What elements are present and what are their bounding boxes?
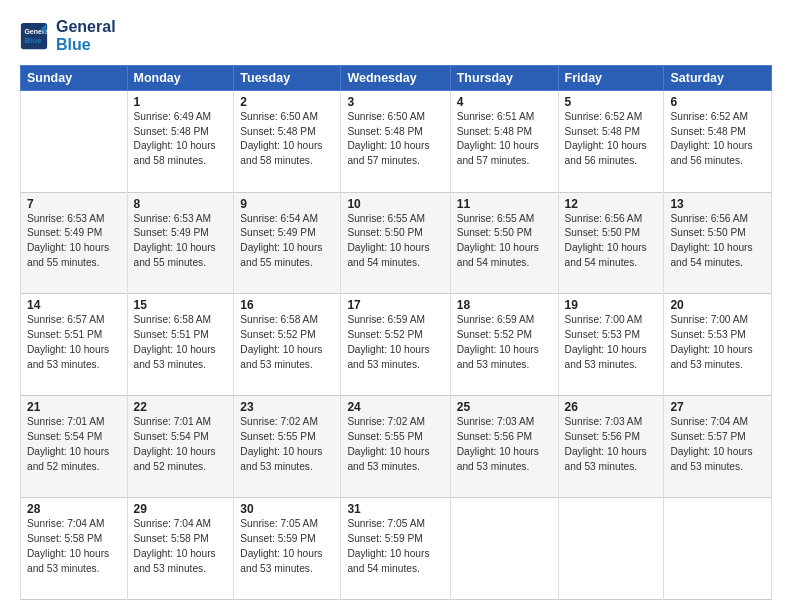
day-number: 25	[457, 400, 552, 414]
day-number: 12	[565, 197, 658, 211]
day-number: 29	[134, 502, 228, 516]
day-number: 20	[670, 298, 765, 312]
cell-text: Sunrise: 7:00 AM Sunset: 5:53 PM Dayligh…	[565, 313, 658, 372]
calendar-cell: 8Sunrise: 6:53 AM Sunset: 5:49 PM Daylig…	[127, 192, 234, 294]
calendar-cell: 12Sunrise: 6:56 AM Sunset: 5:50 PM Dayli…	[558, 192, 664, 294]
cell-text: Sunrise: 6:56 AM Sunset: 5:50 PM Dayligh…	[565, 212, 658, 271]
calendar-cell: 24Sunrise: 7:02 AM Sunset: 5:55 PM Dayli…	[341, 396, 450, 498]
cell-text: Sunrise: 6:59 AM Sunset: 5:52 PM Dayligh…	[347, 313, 443, 372]
day-number: 23	[240, 400, 334, 414]
cell-text: Sunrise: 7:03 AM Sunset: 5:56 PM Dayligh…	[565, 415, 658, 474]
calendar-week-row: 14Sunrise: 6:57 AM Sunset: 5:51 PM Dayli…	[21, 294, 772, 396]
calendar-cell: 4Sunrise: 6:51 AM Sunset: 5:48 PM Daylig…	[450, 90, 558, 192]
day-number: 30	[240, 502, 334, 516]
calendar-cell: 9Sunrise: 6:54 AM Sunset: 5:49 PM Daylig…	[234, 192, 341, 294]
day-number: 8	[134, 197, 228, 211]
calendar-cell: 26Sunrise: 7:03 AM Sunset: 5:56 PM Dayli…	[558, 396, 664, 498]
day-number: 16	[240, 298, 334, 312]
calendar-table: SundayMondayTuesdayWednesdayThursdayFrid…	[20, 65, 772, 600]
day-number: 2	[240, 95, 334, 109]
day-number: 5	[565, 95, 658, 109]
calendar-cell: 16Sunrise: 6:58 AM Sunset: 5:52 PM Dayli…	[234, 294, 341, 396]
calendar-cell: 7Sunrise: 6:53 AM Sunset: 5:49 PM Daylig…	[21, 192, 128, 294]
cell-text: Sunrise: 6:50 AM Sunset: 5:48 PM Dayligh…	[347, 110, 443, 169]
calendar-cell: 19Sunrise: 7:00 AM Sunset: 5:53 PM Dayli…	[558, 294, 664, 396]
day-number: 1	[134, 95, 228, 109]
calendar-cell: 3Sunrise: 6:50 AM Sunset: 5:48 PM Daylig…	[341, 90, 450, 192]
cell-text: Sunrise: 6:53 AM Sunset: 5:49 PM Dayligh…	[27, 212, 121, 271]
day-number: 11	[457, 197, 552, 211]
day-number: 31	[347, 502, 443, 516]
weekday-header-row: SundayMondayTuesdayWednesdayThursdayFrid…	[21, 65, 772, 90]
cell-text: Sunrise: 7:01 AM Sunset: 5:54 PM Dayligh…	[27, 415, 121, 474]
cell-text: Sunrise: 7:04 AM Sunset: 5:58 PM Dayligh…	[134, 517, 228, 576]
calendar-cell: 27Sunrise: 7:04 AM Sunset: 5:57 PM Dayli…	[664, 396, 772, 498]
weekday-header-sunday: Sunday	[21, 65, 128, 90]
calendar-cell: 17Sunrise: 6:59 AM Sunset: 5:52 PM Dayli…	[341, 294, 450, 396]
cell-text: Sunrise: 6:58 AM Sunset: 5:52 PM Dayligh…	[240, 313, 334, 372]
day-number: 6	[670, 95, 765, 109]
weekday-header-wednesday: Wednesday	[341, 65, 450, 90]
day-number: 18	[457, 298, 552, 312]
day-number: 26	[565, 400, 658, 414]
cell-text: Sunrise: 7:05 AM Sunset: 5:59 PM Dayligh…	[347, 517, 443, 576]
weekday-header-friday: Friday	[558, 65, 664, 90]
calendar-cell: 25Sunrise: 7:03 AM Sunset: 5:56 PM Dayli…	[450, 396, 558, 498]
calendar-cell: 11Sunrise: 6:55 AM Sunset: 5:50 PM Dayli…	[450, 192, 558, 294]
calendar-cell: 29Sunrise: 7:04 AM Sunset: 5:58 PM Dayli…	[127, 498, 234, 600]
cell-text: Sunrise: 6:58 AM Sunset: 5:51 PM Dayligh…	[134, 313, 228, 372]
day-number: 9	[240, 197, 334, 211]
calendar-cell	[664, 498, 772, 600]
weekday-header-monday: Monday	[127, 65, 234, 90]
day-number: 22	[134, 400, 228, 414]
cell-text: Sunrise: 6:51 AM Sunset: 5:48 PM Dayligh…	[457, 110, 552, 169]
cell-text: Sunrise: 6:59 AM Sunset: 5:52 PM Dayligh…	[457, 313, 552, 372]
day-number: 24	[347, 400, 443, 414]
cell-text: Sunrise: 6:54 AM Sunset: 5:49 PM Dayligh…	[240, 212, 334, 271]
calendar-cell: 20Sunrise: 7:00 AM Sunset: 5:53 PM Dayli…	[664, 294, 772, 396]
calendar-cell: 13Sunrise: 6:56 AM Sunset: 5:50 PM Dayli…	[664, 192, 772, 294]
calendar-week-row: 28Sunrise: 7:04 AM Sunset: 5:58 PM Dayli…	[21, 498, 772, 600]
calendar-week-row: 1Sunrise: 6:49 AM Sunset: 5:48 PM Daylig…	[21, 90, 772, 192]
cell-text: Sunrise: 6:57 AM Sunset: 5:51 PM Dayligh…	[27, 313, 121, 372]
logo-icon: General Blue	[20, 22, 48, 50]
cell-text: Sunrise: 6:52 AM Sunset: 5:48 PM Dayligh…	[565, 110, 658, 169]
day-number: 7	[27, 197, 121, 211]
calendar-cell: 22Sunrise: 7:01 AM Sunset: 5:54 PM Dayli…	[127, 396, 234, 498]
cell-text: Sunrise: 6:53 AM Sunset: 5:49 PM Dayligh…	[134, 212, 228, 271]
calendar-cell	[21, 90, 128, 192]
day-number: 10	[347, 197, 443, 211]
cell-text: Sunrise: 7:03 AM Sunset: 5:56 PM Dayligh…	[457, 415, 552, 474]
cell-text: Sunrise: 7:02 AM Sunset: 5:55 PM Dayligh…	[240, 415, 334, 474]
day-number: 4	[457, 95, 552, 109]
calendar-cell: 5Sunrise: 6:52 AM Sunset: 5:48 PM Daylig…	[558, 90, 664, 192]
page: General Blue General Blue SundayMondayTu…	[0, 0, 792, 612]
calendar-week-row: 7Sunrise: 6:53 AM Sunset: 5:49 PM Daylig…	[21, 192, 772, 294]
day-number: 3	[347, 95, 443, 109]
cell-text: Sunrise: 6:56 AM Sunset: 5:50 PM Dayligh…	[670, 212, 765, 271]
header: General Blue General Blue	[20, 18, 772, 55]
day-number: 14	[27, 298, 121, 312]
calendar-week-row: 21Sunrise: 7:01 AM Sunset: 5:54 PM Dayli…	[21, 396, 772, 498]
calendar-cell: 10Sunrise: 6:55 AM Sunset: 5:50 PM Dayli…	[341, 192, 450, 294]
cell-text: Sunrise: 6:55 AM Sunset: 5:50 PM Dayligh…	[347, 212, 443, 271]
cell-text: Sunrise: 7:04 AM Sunset: 5:57 PM Dayligh…	[670, 415, 765, 474]
day-number: 19	[565, 298, 658, 312]
cell-text: Sunrise: 6:49 AM Sunset: 5:48 PM Dayligh…	[134, 110, 228, 169]
calendar-cell: 1Sunrise: 6:49 AM Sunset: 5:48 PM Daylig…	[127, 90, 234, 192]
calendar-cell: 14Sunrise: 6:57 AM Sunset: 5:51 PM Dayli…	[21, 294, 128, 396]
logo: General Blue General Blue	[20, 18, 116, 55]
day-number: 28	[27, 502, 121, 516]
calendar-cell: 21Sunrise: 7:01 AM Sunset: 5:54 PM Dayli…	[21, 396, 128, 498]
weekday-header-saturday: Saturday	[664, 65, 772, 90]
calendar-cell	[558, 498, 664, 600]
weekday-header-thursday: Thursday	[450, 65, 558, 90]
weekday-header-tuesday: Tuesday	[234, 65, 341, 90]
calendar-cell: 15Sunrise: 6:58 AM Sunset: 5:51 PM Dayli…	[127, 294, 234, 396]
cell-text: Sunrise: 6:55 AM Sunset: 5:50 PM Dayligh…	[457, 212, 552, 271]
cell-text: Sunrise: 7:01 AM Sunset: 5:54 PM Dayligh…	[134, 415, 228, 474]
day-number: 15	[134, 298, 228, 312]
calendar-cell: 30Sunrise: 7:05 AM Sunset: 5:59 PM Dayli…	[234, 498, 341, 600]
day-number: 17	[347, 298, 443, 312]
calendar-cell: 28Sunrise: 7:04 AM Sunset: 5:58 PM Dayli…	[21, 498, 128, 600]
